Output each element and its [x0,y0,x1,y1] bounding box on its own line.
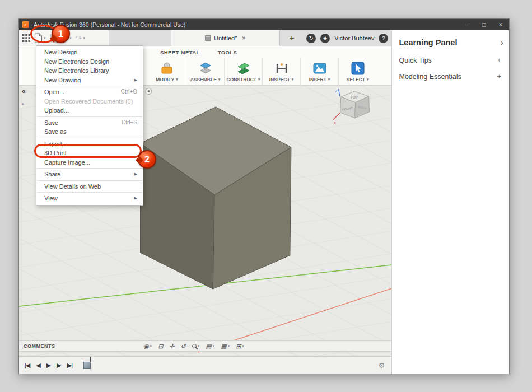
app-grid-icon[interactable] [22,34,30,42]
ribbon-group-modify[interactable]: MODIFY▾ [148,58,186,86]
viewcube-top-label[interactable]: TOP [351,95,358,99]
pan-icon[interactable]: ✛ [169,343,174,350]
menu-item-open-recovered-documents[interactable]: Open Recovered Documents (0) [36,97,143,106]
document-tab-strip: Untitled* ✕ + ↻ ◈ Victor Buhteev ? [109,30,391,46]
free-orbit-icon[interactable]: ↺ [181,343,186,350]
chevron-down-icon: ▾ [367,77,369,82]
document-tab-title: Untitled* [214,35,237,41]
insert-icon [312,61,327,76]
menu-item-open[interactable]: Open...Ctrl+O [36,87,143,97]
plus-icon[interactable]: + [497,72,501,81]
construct-icon [236,61,251,76]
timeline-play-button[interactable]: ▶ [46,362,50,369]
browser-expand-icon[interactable]: ▸ [22,101,25,106]
timeline-go-to-start-button[interactable]: |◀ [25,362,30,369]
viewports-icon[interactable]: ⊞▾ [236,343,244,350]
menu-item-new-electronics-design[interactable]: New Electronics Design [36,57,143,67]
display-settings-icon[interactable]: ▤▾ [206,343,214,350]
menu-item-share[interactable]: Share▶ [36,170,143,179]
document-cube-icon [205,35,211,41]
timeline-step-back-button[interactable]: ◀ [36,362,40,369]
timeline-bar: |◀ ◀ ▶ ▶ ▶| ⚙ [19,356,391,374]
menu-separator [37,138,142,138]
menu-item-capture-image[interactable]: Capture Image... [36,158,143,167]
maximize-button[interactable]: ▢ [475,19,492,30]
ribbon-group-construct[interactable]: CONSTRUCT▾ [224,58,262,86]
redo-caret-icon[interactable]: ▾ [83,36,86,40]
viewports-glyph: ⊞ [236,343,241,350]
browser-collapse-button[interactable]: « [22,87,26,95]
menu-separator [37,192,142,193]
comments-label[interactable]: COMMENTS [24,343,55,349]
learning-panel: Learning Panel › Quick Tips + Modeling E… [391,30,509,374]
section-label: Modeling Essentials [399,73,461,81]
select-icon [351,61,365,76]
pan-glyph: ✛ [169,343,174,350]
learning-section-modeling-essentials[interactable]: Modeling Essentials + [392,68,509,85]
shortcut-label: Ctrl+S [122,119,137,127]
ribbon-group-select[interactable]: SELECT▾ [338,58,376,86]
menu-item-upload[interactable]: Upload... [36,106,143,115]
extensions-icon[interactable]: ◈ [320,34,330,43]
window-controls: – ▢ ✕ [459,19,509,30]
menu-item-view[interactable]: View▶ [36,194,143,203]
comments-bar: COMMENTS ◉▾ ⊡ ✛ ↺ ▾ ▤▾ ▦▾ ⊞▾ [19,340,391,352]
chevron-down-icon[interactable]: ▾ [198,344,200,348]
magnifier-icon [192,344,197,348]
ribbon-group-assemble[interactable]: ASSEMBLE▾ [186,58,224,86]
document-tab[interactable]: Untitled* ✕ [171,30,280,46]
step-number: 1 [58,29,63,39]
modify-icon [160,61,174,76]
titlebar[interactable]: F Autodesk Fusion 360 (Personal - Not fo… [19,19,509,30]
menu-separator [37,116,142,117]
fit-glyph: ⊡ [158,343,163,350]
x-axis-label: X [334,121,337,125]
free-orbit-glyph: ↺ [181,343,186,350]
timeline-marker[interactable] [83,362,91,369]
menu-item-save[interactable]: SaveCtrl+S [36,118,143,128]
ribbon-group-inspect[interactable]: INSPECT▾ [262,58,300,86]
user-name[interactable]: Victor Buhteev [334,35,374,41]
tab-sheet-metal[interactable]: SHEET METAL [160,49,200,55]
grid-settings-icon[interactable]: ▦▾ [221,343,230,350]
learning-panel-collapse-icon[interactable]: › [501,38,503,47]
menu-item-view-details-on-web[interactable]: View Details on Web [36,182,143,192]
help-icon[interactable]: ? [379,34,388,43]
learning-panel-title: Learning Panel [399,38,457,47]
chevron-down-icon[interactable]: ▾ [242,344,244,348]
assemble-icon [198,61,213,76]
group-label: ASSEMBLE [190,77,217,82]
redo-icon: ↷ [76,34,82,42]
new-tab-button[interactable]: + [287,34,297,43]
grid-menu-icon [22,34,30,42]
undo-caret-icon[interactable]: ▾ [69,36,72,40]
group-label: INSPECT [269,77,290,82]
learning-section-quick-tips[interactable]: Quick Tips + [392,52,509,68]
chevron-down-icon[interactable]: ▾ [213,344,215,348]
chevron-down-icon: ▾ [328,77,330,82]
job-status-icon[interactable]: ↻ [306,34,316,43]
chevron-down-icon[interactable]: ▾ [150,344,152,348]
chevron-down-icon[interactable]: ▾ [228,344,230,348]
tab-tools[interactable]: TOOLS [218,49,237,55]
menu-item-new-drawing[interactable]: New Drawing▶ [36,76,143,85]
submenu-arrow-icon: ▶ [134,195,137,202]
plus-icon[interactable]: + [497,56,501,64]
fusion-window: F Autodesk Fusion 360 (Personal - Not fo… [18,18,510,374]
menu-item-save-as[interactable]: Save as [36,127,143,137]
fit-icon[interactable]: ⊡ [158,343,163,350]
orbit-icon[interactable]: ◉▾ [143,343,152,350]
redo-button[interactable]: ↷ ▾ [76,34,85,42]
close-button[interactable]: ✕ [492,19,509,30]
ribbon-group-insert[interactable]: INSERT▾ [300,58,338,86]
chevron-down-icon: ▾ [176,77,178,82]
menu-item-new-electronics-library[interactable]: New Electronics Library [36,66,143,76]
minimize-button[interactable]: – [459,19,475,30]
timeline-go-to-end-button[interactable]: ▶| [67,362,72,369]
tab-close-icon[interactable]: ✕ [242,35,246,41]
origin-toggle-icon[interactable] [146,88,152,95]
timeline-settings-icon[interactable]: ⚙ [379,361,385,370]
zoom-icon[interactable]: ▾ [192,344,200,348]
menu-item-new-design[interactable]: New Design [36,48,143,57]
timeline-step-forward-button[interactable]: ▶ [57,362,60,369]
